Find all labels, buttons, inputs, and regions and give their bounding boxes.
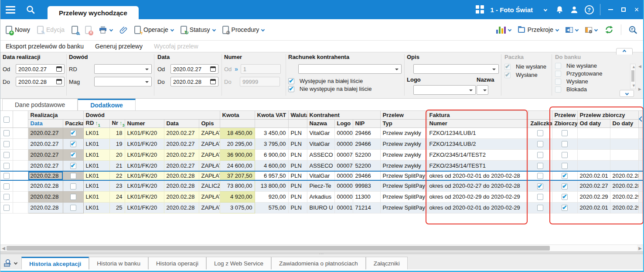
cell-paczka-checkbox[interactable] [70, 130, 76, 136]
procedures-menu[interactable]: ⚙ Procedury [222, 26, 265, 34]
cell-do-daty[interactable] [610, 138, 638, 149]
cell-przelew-zbiorczy-checkbox[interactable] [562, 205, 568, 211]
cell-numer[interactable]: LK01/FK/20 [125, 127, 164, 138]
expand-range-icon[interactable]: » [235, 65, 238, 72]
paczka-wyslane-checkbox[interactable] [504, 72, 511, 78]
numer-od-input[interactable]: 1 [241, 64, 281, 74]
cell-paczka[interactable] [63, 149, 83, 160]
cell-kontrahent-logo[interactable]: 000078 [334, 160, 353, 171]
filter-search-button[interactable] [628, 25, 638, 34]
cell-przelew-typ[interactable]: Przelew zwykły [380, 160, 427, 171]
cell-numer[interactable]: LK01/FK/20 [125, 191, 164, 202]
filter-vertical-scrollbar[interactable]: ▲ ▼ [630, 64, 636, 89]
cell-faktura-numer[interactable]: okres od 2020-02-27 do 2020-02-28 [427, 180, 528, 191]
cell-faktura-numer[interactable]: FZKO/2345/14/TEST1 [427, 160, 528, 171]
cell-zaliczka-checkbox[interactable] [537, 163, 543, 169]
colgroup-przelew-zbiorczy[interactable]: Przelew zbiorczy [577, 111, 638, 119]
cell-nr[interactable]: 22 [109, 171, 125, 180]
side-panel-menu[interactable]: ◀ [566, 27, 578, 33]
company-selector[interactable]: 1 - Foto Świat [491, 6, 547, 14]
hamburger-menu-button[interactable] [0, 0, 20, 19]
cell-kontrahent-logo[interactable]: 000003 [334, 171, 353, 180]
cell-kontrahent-logo[interactable]: 000010 [334, 202, 353, 213]
minimize-button[interactable] [604, 0, 617, 19]
cell-data-realizacji[interactable]: 2020.02.27 [28, 149, 63, 160]
cell-nr[interactable]: 25 [109, 202, 125, 213]
cell-data-dowodu[interactable]: 2020.02.27 [164, 160, 199, 171]
cell-zaliczka-checkbox[interactable] [537, 194, 543, 200]
row-select-checkbox[interactable] [3, 163, 10, 169]
scroll-up-arrow[interactable]: ▲ [632, 65, 636, 69]
grid-scroll-left-button[interactable] [638, 111, 644, 127]
cell-data-realizacji[interactable]: 2020.02.28 [28, 191, 63, 202]
cell-przelew-zbiorczy[interactable] [552, 149, 577, 160]
cell-rd[interactable]: LK01 [83, 127, 109, 138]
edit-button[interactable]: ✎ Edycja [37, 26, 65, 34]
col-waluta[interactable]: Waluta [288, 111, 307, 119]
table-row[interactable]: 2020.02.28LK0122LK01/FK/202020.02.28ZAPŁ… [0, 171, 644, 180]
cell-numer[interactable]: LK01/FK/20 [125, 180, 164, 191]
cell-kwota-vat[interactable]: 920,00 [255, 191, 288, 202]
row-select-checkbox[interactable] [3, 194, 10, 200]
notifications-button[interactable] [552, 0, 567, 19]
col-zaliczka[interactable]: Zaliczka [528, 119, 552, 127]
cell-nr[interactable]: 23 [109, 180, 125, 191]
colgroup-realizacja[interactable]: Realizacja [28, 111, 83, 119]
cell-opis[interactable]: ZAPŁAT [199, 202, 220, 213]
horizontal-scrollbar[interactable]: ◀ ▶ [0, 244, 643, 251]
filter-expand-button[interactable] [620, 90, 634, 97]
cell-przelew-zbiorczy-checkbox[interactable] [562, 152, 568, 158]
col-typ[interactable]: Typ [380, 119, 427, 127]
cell-zaliczka[interactable] [528, 202, 552, 213]
col-numer[interactable]: Numer [125, 119, 164, 127]
maximize-button[interactable] [617, 0, 630, 19]
cell-zaliczka-checkbox[interactable] [537, 205, 543, 211]
cell-przelew-zbiorczy[interactable] [552, 191, 577, 202]
do-banku-blokada-checkbox[interactable] [555, 86, 561, 93]
cell-kontrahent-nazwa[interactable]: ASSECO [307, 160, 334, 171]
scroll-left-arrow[interactable]: ◀ [0, 245, 7, 251]
row-select-checkbox[interactable] [3, 183, 10, 189]
col-nip[interactable]: NIP [353, 119, 380, 127]
row-select-checkbox[interactable] [3, 205, 10, 211]
cell-paczka-checkbox[interactable] [70, 173, 76, 179]
filter-collapse-button[interactable] [616, 48, 633, 55]
cell-zaliczka-checkbox[interactable] [537, 130, 543, 136]
colgroup-faktura[interactable]: Faktura [427, 111, 528, 119]
row-select[interactable] [0, 138, 13, 149]
cell-paczka[interactable] [63, 180, 83, 191]
col-kwota[interactable]: Kwota [220, 111, 255, 119]
window-settings-menu[interactable]: ⚙ [585, 27, 597, 33]
cell-data-dowodu[interactable]: 2020.02.28 [164, 180, 199, 191]
tab-historia-w-banku[interactable]: Historia w banku [89, 257, 148, 269]
cell-kontrahent-nip[interactable]: 52200 [353, 160, 380, 171]
cell-przelew-typ[interactable]: Przelew zwykły [380, 127, 427, 138]
cell-zaliczka[interactable] [528, 171, 552, 180]
col-data-realizacji[interactable]: Data [28, 119, 63, 127]
col-paczka[interactable]: Paczka [63, 119, 83, 127]
cell-kontrahent-nip[interactable]: 99983 [353, 180, 380, 191]
tab-przelewy-wychodzace[interactable]: Przelewy wychodzące [48, 6, 139, 19]
col-logo[interactable]: Logo [334, 119, 353, 127]
cell-kontrahent-logo[interactable]: 000008 [334, 191, 353, 202]
tab-zawiadomienia-o-platnosciach[interactable]: Zawiadomienia o płatnościach [271, 257, 366, 269]
cell-kontrahent-nazwa[interactable]: ASSECO [307, 149, 334, 160]
cell-rd[interactable]: LK01 [83, 149, 109, 160]
data-od-input[interactable]: 2020.02.27 [170, 64, 218, 74]
cell-rd[interactable]: LK01 [83, 138, 109, 149]
cell-kontrahent-nazwa[interactable]: VitalGar [307, 171, 334, 180]
cell-od-daty[interactable]: 2020.02.01 [577, 171, 610, 180]
rachunek-select[interactable] [298, 64, 402, 74]
cell-faktura-numer[interactable]: okres od 2020-02-01 do 2020-02-29 [427, 202, 528, 213]
data-do-input[interactable]: 2020.02.28 [170, 77, 218, 86]
cell-opis[interactable]: ZAPŁAT [199, 160, 220, 171]
cell-przelew-zbiorczy[interactable] [552, 180, 577, 191]
refresh-button[interactable] [604, 25, 614, 34]
cell-opis[interactable]: ZAPŁAT [199, 171, 220, 180]
cell-data-dowodu[interactable]: 2020.02.27 [164, 138, 199, 149]
withdraw-transfer-button[interactable]: Wycofaj przelew [154, 43, 198, 50]
cell-przelew-typ[interactable]: Przelew SplitPay [380, 202, 427, 213]
cell-przelew-typ[interactable]: Przelew SplitPay [380, 191, 427, 202]
attachments-button[interactable] [119, 25, 127, 34]
col-przelew-zbiorczy-top[interactable]: Przelew [552, 111, 577, 119]
